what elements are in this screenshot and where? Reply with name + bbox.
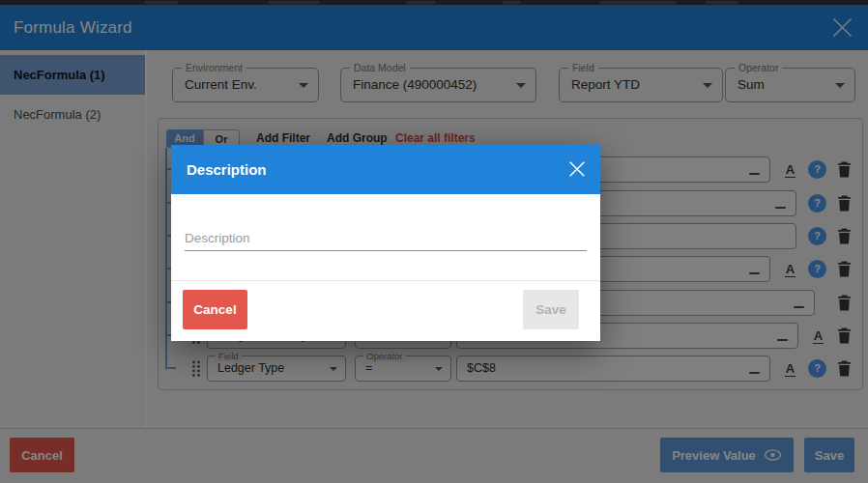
description-modal: Description Cancel Save xyxy=(171,145,600,341)
modal-divider xyxy=(171,280,600,281)
description-modal-title: Description xyxy=(187,145,267,194)
screen: Formula Wizard NecFormula (1)NecFormula … xyxy=(0,0,868,483)
modal-save-button[interactable]: Save xyxy=(523,290,579,329)
description-modal-header: Description xyxy=(171,145,600,194)
description-input[interactable] xyxy=(185,226,587,251)
modal-cancel-button[interactable]: Cancel xyxy=(183,290,247,329)
close-icon[interactable] xyxy=(566,158,588,180)
